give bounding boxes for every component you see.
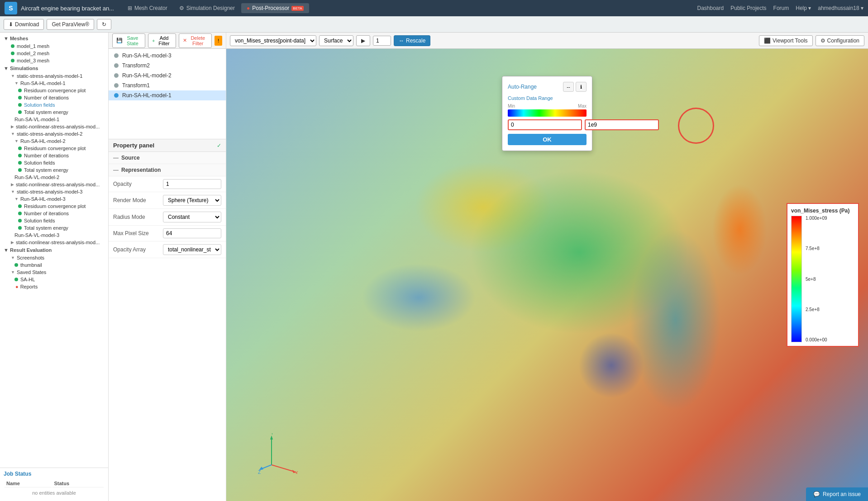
ok-button[interactable]: OK [508, 134, 587, 145]
sidebar-item-total-energy-1[interactable]: Total system energy [0, 109, 108, 116]
sidebar-item-snsa-2[interactable]: ▶ static-nonlinear-stress-analysis-mod..… [0, 181, 108, 188]
expand-icon: ▼ [11, 270, 15, 274]
frame-input[interactable] [373, 36, 391, 46]
sidebar-item-iterations-3[interactable]: Number of iterations [0, 210, 108, 217]
main-layout: ▼ Meshes model_1 mesh model_2 mesh model… [0, 33, 868, 501]
sidebar-item-thumbnail[interactable]: thumbnail [0, 261, 108, 269]
sidebar-item-residuum-2[interactable]: Residuum convergence plot [0, 145, 108, 152]
col-name: Name [5, 480, 52, 487]
save-state-button[interactable]: 💾 Save State [112, 33, 145, 48]
filter-item-transform2[interactable]: Transform2 [109, 61, 226, 71]
sidebar-item-sa-hl[interactable]: SA-HL [0, 276, 108, 283]
meshes-section-header[interactable]: ▼ Meshes [0, 34, 108, 43]
report-issue-button[interactable]: 💬 Report an issue [806, 487, 868, 501]
field-selector[interactable]: von_Mises_stress[point-data] [230, 35, 316, 46]
representation-section[interactable]: — Representation [109, 164, 226, 176]
plus-icon: + [152, 38, 155, 43]
sidebar-item-ssa-model2[interactable]: ▼ static-stress-analysis-model-2 [0, 130, 108, 137]
sidebar-item-run-sa-hl-3[interactable]: ▼ Run-SA-HL-model-3 [0, 195, 108, 203]
range-dash-btn[interactable]: -- [563, 82, 574, 92]
representation-selector[interactable]: Surface [319, 35, 353, 46]
delete-filter-button[interactable]: ✕ Delete Filter [179, 33, 212, 48]
sidebar-item-iterations-1[interactable]: Number of iterations [0, 94, 108, 101]
status-dot [18, 89, 22, 92]
filter-item-transform1[interactable]: Transform1 [109, 80, 226, 90]
sidebar-item-model2-mesh[interactable]: model_2 mesh [0, 50, 108, 57]
status-dot [18, 168, 22, 172]
filter-item-run-sa-hl-2[interactable]: Run-SA-HL-model-2 [109, 71, 226, 80]
sidebar-item-run-sa-vl-2[interactable]: Run-SA-VL-model-2 [0, 174, 108, 181]
sidebar-item-model1-mesh[interactable]: model_1 mesh [0, 43, 108, 50]
tab-mesh-creator[interactable]: ⊞ Mesh Creator [122, 3, 173, 13]
svg-text:Y: Y [271, 433, 274, 435]
sidebar-item-residuum-1[interactable]: Residuum convergence plot [0, 87, 108, 94]
sidebar-item-iterations-2[interactable]: Number of iterations [0, 152, 108, 159]
filter-item-run-sa-hl-1[interactable]: Run-SA-HL-model-1 [109, 90, 226, 100]
get-paraview-button[interactable]: Get ParaView® [47, 19, 94, 30]
sidebar-item-solution-3[interactable]: Solution fields [0, 217, 108, 224]
source-section[interactable]: — Source [109, 152, 226, 164]
min-input[interactable] [508, 119, 582, 130]
nav-help[interactable]: Help ▾ [796, 5, 811, 11]
filter-item-run-sa-hl-3[interactable]: Run-SA-HL-model-3 [109, 51, 226, 61]
sidebar-item-snsa-1[interactable]: ▶ static-nonlinear-stress-analysis-mod..… [0, 123, 108, 130]
sidebar-item-run-sa-vl-1[interactable]: Run-SA-VL-model-1 [0, 116, 108, 123]
nav-public-projects[interactable]: Public Projects [730, 5, 766, 11]
opacity-row: Opacity [109, 176, 226, 192]
sidebar-item-run-sa-hl-1[interactable]: ▼ Run-SA-HL-model-1 [0, 80, 108, 87]
job-table: Name Status no entities available [4, 479, 105, 498]
sidebar-item-run-sa-vl-3[interactable]: Run-SA-VL-model-3 [0, 232, 108, 239]
sidebar-item-solution-2[interactable]: Solution fields [0, 159, 108, 166]
filter-action-toolbar: 💾 Save State + Add Filter ✕ Delete Filte… [109, 33, 226, 49]
sidebar-item-saved-states[interactable]: ▼ Saved States [0, 269, 108, 276]
sidebar-item-model3-mesh[interactable]: model_3 mesh [0, 57, 108, 64]
sidebar-item-energy-2[interactable]: Total system energy [0, 166, 108, 174]
status-dot [18, 204, 22, 208]
max-pixel-input[interactable] [163, 228, 221, 238]
max-input[interactable] [585, 119, 659, 130]
legend-bar [791, 216, 802, 342]
tab-post-processor[interactable]: ● Post-Processor BETA [241, 3, 309, 13]
legend-scale: 1.000e+09 7.5e+8 5e+8 2.5e+8 0.000e+00 [791, 216, 854, 342]
result-evaluation-header[interactable]: ▼ Result Evaluation [0, 246, 108, 254]
nav-dashboard[interactable]: Dashboard [697, 5, 724, 11]
opacity-array-select[interactable]: total_nonlinear_strain [163, 244, 221, 255]
sidebar-item-run-sa-hl-2[interactable]: ▼ Run-SA-HL-model-2 [0, 137, 108, 145]
nav-forum[interactable]: Forum [773, 5, 789, 11]
status-dot [18, 110, 22, 114]
nav-user[interactable]: ahmedhussain18 ▾ [818, 5, 863, 11]
warning-button[interactable]: ! [215, 36, 222, 46]
rescale-button[interactable]: ↔ Rescale [394, 35, 430, 46]
min-label: Min [508, 104, 515, 109]
nav-right: Dashboard Public Projects Forum Help ▾ a… [697, 5, 863, 11]
render-mode-select[interactable]: Sphere (Texture) [163, 195, 221, 206]
sidebar-item-ssa-model3[interactable]: ▼ static-stress-analysis-model-3 [0, 188, 108, 195]
expand-meshes-icon: ▼ [4, 36, 9, 41]
play-button[interactable]: ▶ [356, 35, 370, 46]
refresh-button[interactable]: ↻ [97, 19, 111, 30]
download-icon: ⬇ [9, 21, 13, 28]
simulations-section-header[interactable]: ▼ Simulations [0, 64, 108, 72]
auto-range-link[interactable]: Auto-Range [508, 84, 537, 90]
range-info-btn[interactable]: ℹ [576, 82, 587, 92]
add-filter-button[interactable]: + Add Filter [148, 33, 176, 48]
sidebar-item-reports[interactable]: ● Reports [0, 283, 108, 290]
configuration-button[interactable]: ⚙ Configuration [816, 35, 864, 46]
color-legend: von_Mises_stress (Pa) 1.000e+09 7.5e+8 5… [787, 203, 859, 347]
opacity-input[interactable] [163, 179, 221, 189]
checkmark-icon[interactable]: ✓ [217, 142, 221, 149]
sidebar-item-residuum-3[interactable]: Residuum convergence plot [0, 203, 108, 210]
sidebar-item-snsa-3[interactable]: ▶ static-nonlinear-stress-analysis-mod..… [0, 239, 108, 246]
config-icon: ⚙ [820, 38, 825, 44]
sidebar-item-solution-fields-1[interactable]: Solution fields [0, 101, 108, 109]
viewport-tools-button[interactable]: ⬛ Viewport Tools [759, 35, 813, 46]
sidebar-item-ssa-model1[interactable]: ▼ static-stress-analysis-model-1 [0, 72, 108, 80]
sidebar-item-screenshots[interactable]: ▼ Screenshots [0, 254, 108, 261]
radius-mode-select[interactable]: Constant [163, 212, 221, 222]
filter-list: Run-SA-HL-model-3 Transform2 Run-SA-HL-m… [109, 49, 226, 139]
sidebar-item-energy-3[interactable]: Total system energy [0, 224, 108, 232]
tab-simulation-designer[interactable]: ⚙ Simulation Designer [174, 3, 240, 13]
property-panel-title: Property panel [113, 142, 154, 149]
download-button[interactable]: ⬇ Download [4, 19, 44, 30]
expand-icon: ▼ [11, 189, 15, 194]
